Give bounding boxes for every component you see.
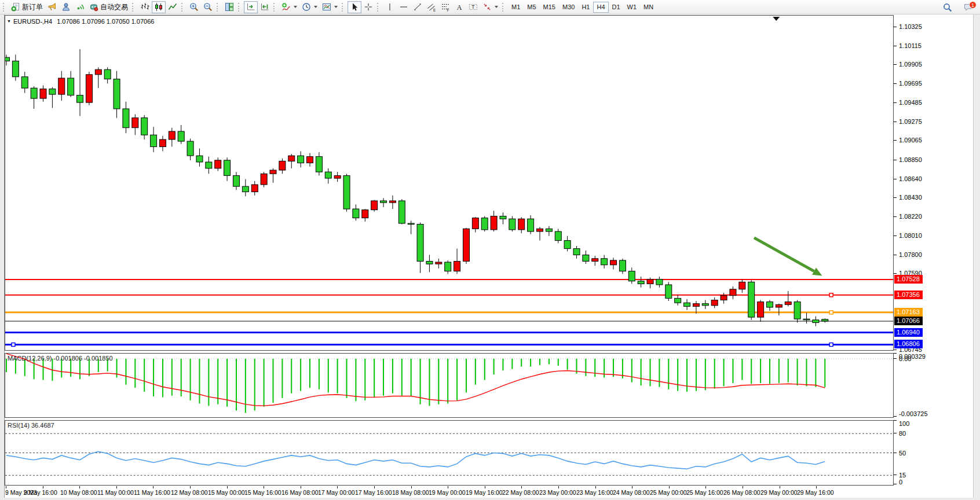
rsi-axis-label: 50 [899, 450, 906, 457]
templates-button[interactable] [320, 1, 340, 13]
vertical-line-button[interactable] [383, 1, 397, 13]
rsi-tick [894, 453, 897, 453]
fibonacci-button[interactable]: F [438, 1, 452, 13]
time-tick [190, 486, 191, 488]
timeframe-d1[interactable]: D1 [609, 2, 624, 13]
price-tick-label: 1.08010 [899, 232, 922, 239]
rsi-panel[interactable] [5, 420, 894, 486]
collapse-icon[interactable]: ▼ [7, 19, 11, 23]
chevron-down-icon[interactable] [314, 6, 317, 8]
price-line-tag[interactable]: 1.06940 [894, 328, 923, 337]
price-tick [894, 273, 897, 274]
time-tick-label: 15 May 00:00 [208, 489, 245, 496]
horizontal-line-button[interactable] [397, 1, 411, 13]
text-label-button[interactable]: T [466, 1, 480, 13]
macd-chart-canvas[interactable] [5, 354, 893, 417]
toolbar-group-chart-type [130, 0, 180, 14]
alerts-button[interactable] [45, 1, 59, 13]
text-button[interactable]: A [452, 1, 466, 13]
toolbar-grip [217, 3, 220, 12]
candlestick-chart-button[interactable] [152, 1, 166, 13]
time-tick-label: 12 May 08:00 [171, 489, 208, 496]
arrows-button[interactable] [480, 1, 500, 13]
timeframe-m1[interactable]: M1 [508, 2, 524, 13]
toolbar-grip [502, 3, 505, 12]
price-axis[interactable]: 1.103251.101151.099051.096951.094851.092… [894, 15, 973, 353]
time-tick-label: 9 May 16:00 [24, 489, 57, 496]
macd-indicator-label: MACD(12,26,9) -0.001806 -0.001850 [8, 355, 113, 362]
cursor-button[interactable] [348, 1, 361, 13]
toolbar-right-cluster: 1 [941, 1, 977, 13]
price-tick-label: 1.09905 [899, 61, 922, 68]
signals-icon [75, 2, 85, 12]
periods-button[interactable] [299, 1, 320, 13]
candlestick-chart-canvas[interactable] [5, 16, 893, 350]
timeframe-m5[interactable]: M5 [524, 2, 539, 13]
macd-value: -0.001806 [53, 355, 82, 362]
time-tick [227, 486, 228, 488]
time-axis[interactable]: 9 May 20239 May 16:0010 May 08:0011 May … [5, 486, 894, 498]
time-tick-label: 18 May 08:00 [392, 489, 429, 496]
price-tick [894, 83, 897, 84]
price-tick [894, 122, 897, 122]
new-order-icon [11, 2, 20, 12]
svg-text:A: A [457, 3, 462, 12]
timeframe-mn[interactable]: MN [640, 2, 657, 13]
price-tick-label: 1.09695 [899, 80, 922, 87]
chart-shift-button[interactable] [258, 1, 272, 13]
auto-trading-button[interactable]: 自动交易 [87, 1, 130, 13]
svg-text:E: E [433, 8, 436, 12]
timeframe-h4-label: H4 [597, 3, 605, 10]
timeframe-h4[interactable]: H4 [593, 2, 608, 13]
price-line-tag[interactable]: 1.07356 [894, 291, 923, 299]
time-tick-label: 22 May 08:00 [502, 489, 539, 496]
bar-chart-button[interactable] [138, 1, 152, 13]
new-order-button[interactable]: 新订单 [9, 1, 45, 13]
price-line-tag[interactable]: 1.07066 [894, 317, 923, 325]
rsi-tick [894, 433, 897, 433]
rsi-tick [894, 484, 897, 484]
crosshair-button[interactable] [361, 1, 375, 13]
window-bottom-edge [0, 498, 980, 500]
bar-chart-icon [140, 2, 149, 12]
text-icon: A [455, 2, 464, 12]
tile-windows-button[interactable] [222, 1, 236, 13]
price-tick-label: 1.10115 [899, 42, 922, 49]
zoom-in-button[interactable] [187, 1, 201, 13]
timeframe-h1[interactable]: H1 [578, 2, 593, 13]
price-tick [894, 236, 897, 236]
trendline-button[interactable] [411, 1, 425, 13]
signals-button[interactable] [73, 1, 87, 13]
vline-icon [385, 2, 394, 12]
price-line-tag[interactable]: 1.07163 [894, 308, 923, 317]
community-button[interactable] [59, 1, 73, 13]
timeframe-m30[interactable]: M30 [559, 2, 578, 13]
megaphone-icon [47, 2, 57, 12]
rsi-indicator-label: RSI(14) 36.4687 [8, 422, 54, 429]
price-line-tag[interactable]: 1.07528 [894, 275, 923, 284]
fibonacci-icon: F [441, 2, 450, 12]
chat-button[interactable]: 1 [960, 1, 977, 13]
time-tick-label: 11 May 00:00 [97, 489, 134, 496]
rsi-chart-canvas[interactable] [5, 421, 893, 485]
macd-panel[interactable] [5, 353, 894, 418]
chevron-down-icon[interactable] [294, 6, 297, 8]
auto-scroll-button[interactable] [244, 1, 258, 13]
line-chart-button[interactable] [166, 1, 180, 13]
indicators-button[interactable] [279, 1, 299, 13]
channel-button[interactable]: E [425, 1, 438, 13]
main-chart-panel[interactable] [5, 15, 894, 351]
chevron-down-icon[interactable] [334, 6, 338, 8]
price-tick-label: 1.08640 [899, 175, 922, 182]
time-tick-label: 29 May 16:00 [797, 489, 834, 496]
timeframe-w1[interactable]: W1 [624, 2, 641, 13]
search-button[interactable] [941, 1, 955, 13]
zoom-out-button[interactable] [201, 1, 215, 13]
toolbar-group-objects [272, 0, 340, 14]
notification-badge: 1 [969, 1, 977, 9]
price-line-tag[interactable]: 1.06806 [894, 340, 923, 348]
templates-icon [322, 2, 331, 12]
price-tick [894, 102, 897, 103]
chevron-down-icon[interactable] [495, 6, 498, 8]
timeframe-m15[interactable]: M15 [540, 2, 559, 13]
